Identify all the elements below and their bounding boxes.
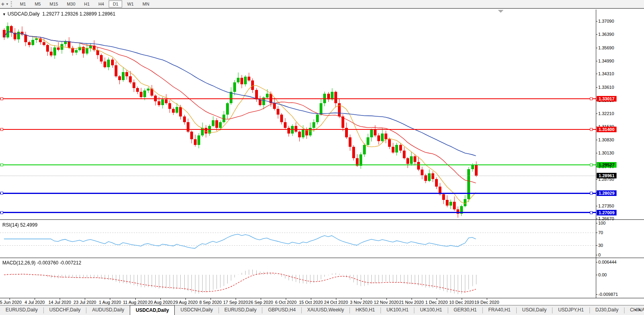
chart-tab-GER30-H1[interactable]: GER30,H1 (448, 305, 482, 315)
current-price-line (0, 176, 596, 176)
tab-scroll-arrows: ◂▸ (634, 307, 643, 312)
horizontal-line-1.27009[interactable] (0, 212, 596, 213)
chart-tab-UK100-H1[interactable]: UK100,H1 (414, 305, 447, 315)
timeframe-button-M30[interactable]: M30 (63, 0, 79, 8)
timeframe-buttons: M1M5M15M30H1H4D1W1MN (16, 0, 154, 8)
chart-title-bar: ▼USDCAD,Daily 1.29277 1.29326 1.28899 1.… (2, 11, 115, 17)
chart-tab-XAUUSD-Weekly[interactable]: XAUUSD,Weekly (302, 305, 349, 315)
rsi-axis-label: 30 (598, 243, 603, 248)
chart-tab-HK50-H1[interactable]: HK50,H1 (350, 305, 381, 315)
tab-scroll-right-icon[interactable]: ▸ (639, 307, 643, 312)
line-anchor-right[interactable] (590, 192, 593, 195)
price-axis-label: 1.32210 (598, 111, 614, 116)
price-axis-label: 1.30130 (598, 151, 614, 155)
price-axis-label: 1.30830 (598, 137, 614, 142)
rsi-axis-label: 70 (598, 230, 603, 235)
macd-label: MACD(12,26,9) -0.003760 -0.007212 (2, 260, 81, 266)
rsi-canvas[interactable] (0, 221, 596, 258)
macd-panel (0, 259, 644, 298)
timeframe-button-H4[interactable]: H4 (94, 0, 108, 8)
chart-tab-USDCHF-Daily[interactable]: USDCHF,Daily (44, 305, 86, 315)
chart-symbol-label: USDCAD,Daily (8, 11, 40, 17)
macd-axis-label: -0.009871 (598, 292, 618, 297)
price-axis-label: 1.35690 (598, 45, 614, 50)
toolbar-dropdown-icon[interactable]: ▼ (6, 2, 9, 6)
main-chart-canvas[interactable] (0, 10, 596, 219)
ohlc-high: 1.29326 (61, 11, 78, 17)
line-anchor-right[interactable] (590, 97, 593, 100)
mt4-window: ✚ ▼ M1M5M15M30H1H4D1W1MN ▼USDCAD,Daily 1… (0, 0, 644, 315)
current-price-badge: 1.28961 (597, 173, 617, 178)
line-anchor-right[interactable] (590, 128, 593, 131)
chart-tab-USDCNH-Daily[interactable]: USDCNH,Daily (175, 305, 218, 315)
timeframe-toolbar: ✚ ▼ M1M5M15M30H1H4D1W1MN (0, 0, 644, 8)
chart-tab-USOil-Daily[interactable]: USOil,Daily (517, 305, 552, 315)
price-axis-label: 1.34310 (598, 71, 614, 76)
price-axis-label: 1.34990 (598, 59, 614, 63)
chart-tab-UK100-H1[interactable]: UK100,H1 (381, 305, 414, 315)
line-anchor-left[interactable] (0, 128, 3, 131)
ohlc-close: 1.28961 (98, 11, 115, 17)
horizontal-line-1.33017[interactable] (0, 98, 596, 99)
chart-tab-AUDUSD-Daily[interactable]: AUDUSD,Daily (86, 305, 130, 315)
timeframe-button-MN[interactable]: MN (139, 0, 153, 8)
price-axis-label: 1.33610 (598, 85, 614, 90)
symbol-collapse-icon[interactable]: ▼ (2, 12, 6, 16)
price-axis-label: 1.36390 (598, 32, 614, 37)
chart-shift-marker[interactable] (498, 10, 503, 13)
horizontal-line-1.29527[interactable] (0, 164, 596, 165)
price-axis-label: 1.27350 (598, 203, 614, 208)
line-anchor-left[interactable] (0, 211, 3, 214)
line-anchor-left[interactable] (0, 97, 3, 100)
macd-axis-label: 0.00 (598, 272, 607, 277)
ohlc-open: 1.29277 (42, 11, 59, 17)
horizontal-line-1.31400[interactable] (0, 129, 596, 130)
ohlc-low: 1.28899 (80, 11, 97, 17)
cursor-tool-icon[interactable]: ✚ (0, 2, 6, 6)
timeframe-button-H1[interactable]: H1 (80, 0, 94, 8)
tab-scroll-left-icon[interactable]: ◂ (634, 307, 639, 312)
price-axis-label: 1.37090 (598, 19, 614, 23)
timeframe-button-M5[interactable]: M5 (31, 0, 45, 8)
rsi-label: RSI(14) 52.4999 (2, 222, 37, 228)
rsi-axis-label: 0 (598, 252, 601, 257)
timeframe-button-M15[interactable]: M15 (45, 0, 62, 8)
chart-tab-GBPUSD-H4[interactable]: GBPUSD,H4 (262, 305, 301, 315)
rsi-axis-label: 100 (598, 221, 605, 225)
main-chart-panel (0, 10, 644, 219)
horizontal-line-1.28029[interactable] (0, 193, 596, 194)
chart-tabs: EURUSD,DailyUSDCHF,DailyAUDUSD,DailyUSDC… (0, 305, 644, 315)
macd-axis-label: 0.006444 (598, 260, 617, 264)
price-level-badge: 1.27009 (597, 210, 617, 215)
timeframe-button-W1[interactable]: W1 (123, 0, 138, 8)
line-anchor-right[interactable] (590, 211, 593, 214)
line-anchor-left[interactable] (0, 192, 3, 195)
chart-tab-EURUSD-Daily[interactable]: EURUSD,Daily (0, 305, 43, 315)
chart-tab-USDCAD-Daily[interactable]: USDCAD,Daily (130, 305, 175, 315)
chart-tab-USDJPY-H1[interactable]: USDJPY,H1 (552, 305, 589, 315)
timeframe-button-D1[interactable]: D1 (109, 0, 122, 8)
rsi-panel (0, 221, 644, 258)
macd-canvas[interactable] (0, 259, 596, 298)
price-level-badge: 1.31400 (597, 127, 617, 132)
date-axis[interactable] (0, 298, 644, 305)
chart-tab-FRA40-H1[interactable]: FRA40,H1 (483, 305, 516, 315)
chart-tabs-bar: EURUSD,DailyUSDCHF,DailyAUDUSD,DailyUSDC… (0, 305, 644, 315)
price-level-badge: 1.33017 (597, 96, 617, 102)
chart-tab-DJ30-Daily[interactable]: DJ30,Daily (590, 305, 624, 315)
chart-tab-EURUSD-Daily[interactable]: EURUSD,Daily (219, 305, 262, 315)
toolbar-grip[interactable] (11, 1, 13, 7)
line-anchor-left[interactable] (0, 164, 3, 166)
line-anchor-right[interactable] (590, 164, 593, 166)
timeframe-button-M1[interactable]: M1 (16, 0, 30, 8)
price-level-badge: 1.28029 (597, 190, 617, 196)
price-level-badge: 1.29527 (597, 162, 617, 168)
